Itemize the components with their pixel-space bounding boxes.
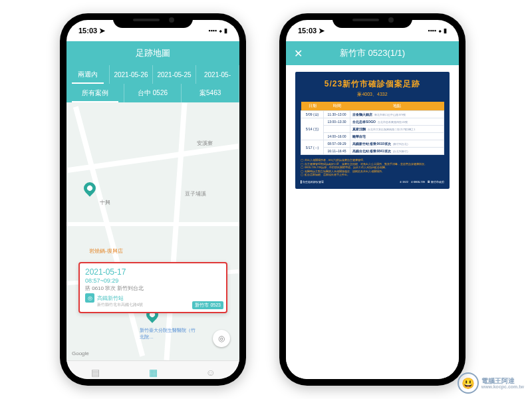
status-time: 15:03 bbox=[298, 27, 317, 35]
cell-time: 16:11~16:45 bbox=[324, 148, 350, 155]
map-label-poi: 岩燒鍋-復興店 bbox=[89, 247, 123, 255]
nav-map[interactable]: ▦ 足跡地圖 bbox=[124, 361, 182, 379]
footer-tag: 🏛 新竹市政府 bbox=[428, 180, 444, 184]
page-title: 足跡地圖 bbox=[136, 47, 170, 59]
wifi-icon: ⬥ bbox=[438, 27, 442, 34]
tab-date-0525[interactable]: 2021-05-25 bbox=[153, 65, 196, 84]
bottom-nav: ▤ 疫情資訊 ▦ 足跡地圖 ☺ 關於我 bbox=[66, 360, 239, 379]
location-icon: ➤ bbox=[319, 27, 325, 35]
table-row: 5/17 (一)08:57~09:29高鐵新竹站 搭乘0610班次 (新竹到台北… bbox=[301, 140, 444, 148]
card-date: 2021-05-17 bbox=[85, 267, 221, 277]
app-header: 足跡地圖 bbox=[66, 41, 239, 65]
poster-title: 5/23新竹市確診個案足跡 bbox=[301, 78, 444, 90]
signal-icon: ▪▪▪▪ bbox=[208, 27, 217, 34]
poster-footer: ▌衛生福利部疾管署 ✆ 1922✆ 0800-739🏛 新竹市政府 bbox=[301, 180, 444, 184]
poster-notes: ◯曾出入相關場所者，6/5(六)前請落實自主健康管理。◯自主健康管理期間請戴好口… bbox=[301, 158, 444, 177]
watermark-title: 電腦王阿達 bbox=[481, 377, 524, 384]
tab-taichung-0526[interactable]: 台中 0526 bbox=[124, 84, 182, 102]
nav-info[interactable]: ▤ 疫情資訊 bbox=[66, 361, 124, 379]
location-icon: ➤ bbox=[99, 27, 105, 35]
cell-place: 高鐵新竹站 搭乘0610班次 (新竹到台北) bbox=[350, 140, 444, 148]
cell-place: 離華自宅 bbox=[350, 133, 444, 140]
map-label: 豆子埔溪 bbox=[185, 190, 206, 198]
date-tabs: 兩週內 2021-05-26 2021-05-25 2021-05- bbox=[66, 65, 239, 84]
phone-right: 15:03 ➤ ▪▪▪▪ ⬥ ▮ ✕ 新竹市 0523(1/1) 5/23新竹市… bbox=[279, 13, 466, 386]
cell-date: 5/09 (日) bbox=[301, 111, 324, 118]
map[interactable]: 安溪寮 十興 豆子埔溪 岩燒鍋-復興店 新竹臺大分院生醫醫院（竹北院… 2021… bbox=[66, 102, 239, 360]
wifi-icon: ⬥ bbox=[219, 27, 222, 34]
table-row: 5/09 (日)11:30~13:00吉香鵝火鍋店 新北市林口區中山路379號 bbox=[301, 111, 444, 118]
locate-button[interactable]: ◎ bbox=[213, 330, 230, 347]
map-icon: ▦ bbox=[149, 367, 158, 378]
th-time: 時間 bbox=[324, 102, 350, 111]
footprint-card[interactable]: 2021-05-17 08:57~09:29 搭 0610 班次 新竹到台北 ◎… bbox=[78, 262, 227, 313]
phone-left: 15:03 ➤ ▪▪▪▪ ⬥ ▮ 足跡地圖 兩週內 2021-05-26 202… bbox=[60, 13, 246, 386]
battery-icon: ▮ bbox=[444, 27, 447, 34]
th-date: 日期 bbox=[301, 102, 324, 111]
th-place: 地點 bbox=[350, 102, 444, 111]
avatar-icon: 😃 bbox=[458, 372, 479, 394]
footer-tag: ✆ 0800-739 bbox=[411, 180, 425, 184]
cell-time: 14:00~16:00 bbox=[324, 133, 350, 140]
footprint-table: 日期 時間 地點 5/09 (日)11:30~13:00吉香鵝火鍋店 新北市林口… bbox=[301, 102, 444, 155]
note-line: ◯配合居家隔離、居家檢疫者禁止外出。 bbox=[301, 173, 444, 177]
tab-date-0526[interactable]: 2021-05-26 bbox=[110, 65, 153, 84]
signal-icon: ▪▪▪▪ bbox=[428, 27, 436, 34]
status-time: 15:03 bbox=[78, 27, 97, 35]
card-time: 08:57~09:29 bbox=[85, 277, 221, 284]
case-tabs: 所有案例 台中 0526 案5463 bbox=[66, 84, 239, 102]
cell-time: 11:30~13:00 bbox=[324, 111, 350, 118]
cell-time bbox=[324, 126, 350, 133]
watermark-url: www.kocpc.com.tw bbox=[481, 384, 524, 390]
screen-right: 15:03 ➤ ▪▪▪▪ ⬥ ▮ ✕ 新竹市 0523(1/1) 5/23新竹市… bbox=[286, 20, 459, 379]
map-label-hospital: 新竹臺大分院生醫醫院（竹北院… bbox=[140, 327, 200, 340]
location-icon: ◎ bbox=[85, 293, 94, 303]
detail-title: 新竹市 0523(1/1) bbox=[340, 47, 405, 59]
card-badge[interactable]: 新竹市 0523 bbox=[192, 301, 223, 309]
nav-about[interactable]: ☺ 關於我 bbox=[182, 361, 239, 379]
card-station: 高鐵新竹站 bbox=[97, 295, 124, 302]
cell-place: 真家涼麵 台北市大安區復興南路二段217號2樓之1 bbox=[350, 126, 444, 133]
notch bbox=[113, 13, 193, 28]
site-watermark: 😃 電腦王阿達 www.kocpc.com.tw bbox=[458, 372, 524, 394]
cell-time: 13:00~13:30 bbox=[324, 118, 350, 126]
announcement-poster: 5/23新竹市確診個案足跡 案4003、4332 日期 時間 地點 5/09 (… bbox=[295, 72, 450, 189]
cell-place: 吉香鵝火鍋店 新北市林口區中山路379號 bbox=[350, 111, 444, 118]
org-label: ▌衛生福利部疾管署 bbox=[301, 180, 324, 184]
tab-two-weeks[interactable]: 兩週內 bbox=[66, 65, 110, 84]
detail-header: ✕ 新竹市 0523(1/1) bbox=[286, 41, 459, 65]
close-button[interactable]: ✕ bbox=[294, 47, 303, 60]
cell-place: 台北忠孝SOGO 台北市忠孝東路四段45號 bbox=[350, 118, 444, 126]
map-label: 安溪寮 bbox=[197, 140, 213, 147]
cell-date: 5/17 (一) bbox=[301, 140, 324, 155]
cell-date: 5/14 (五) bbox=[301, 118, 324, 140]
screen-left: 15:03 ➤ ▪▪▪▪ ⬥ ▮ 足跡地圖 兩週內 2021-05-26 202… bbox=[66, 20, 239, 379]
cell-place: 高鐵台北站 搭乘0841班次 (台北到新竹) bbox=[350, 148, 444, 155]
notch bbox=[332, 13, 412, 28]
detail-body[interactable]: 5/23新竹市確診個案足跡 案4003、4332 日期 時間 地點 5/09 (… bbox=[286, 65, 459, 379]
footer-tag: ✆ 1922 bbox=[400, 180, 408, 184]
person-icon: ☺ bbox=[206, 367, 215, 378]
map-label: 十興 bbox=[100, 199, 110, 206]
newspaper-icon: ▤ bbox=[91, 367, 100, 378]
google-logo: Google bbox=[72, 350, 89, 356]
tab-case-5463[interactable]: 案5463 bbox=[182, 84, 239, 102]
poster-subtitle: 案4003、4332 bbox=[301, 91, 444, 98]
battery-icon: ▮ bbox=[224, 27, 227, 34]
table-row: 5/14 (五)13:00~13:30台北忠孝SOGO 台北市忠孝東路四段45號 bbox=[301, 118, 444, 126]
tab-date-more[interactable]: 2021-05- bbox=[196, 65, 239, 84]
tab-all-cases[interactable]: 所有案例 bbox=[66, 84, 124, 102]
cell-time: 08:57~09:29 bbox=[324, 140, 350, 148]
card-desc: 搭 0610 班次 新竹到台北 bbox=[85, 285, 221, 292]
